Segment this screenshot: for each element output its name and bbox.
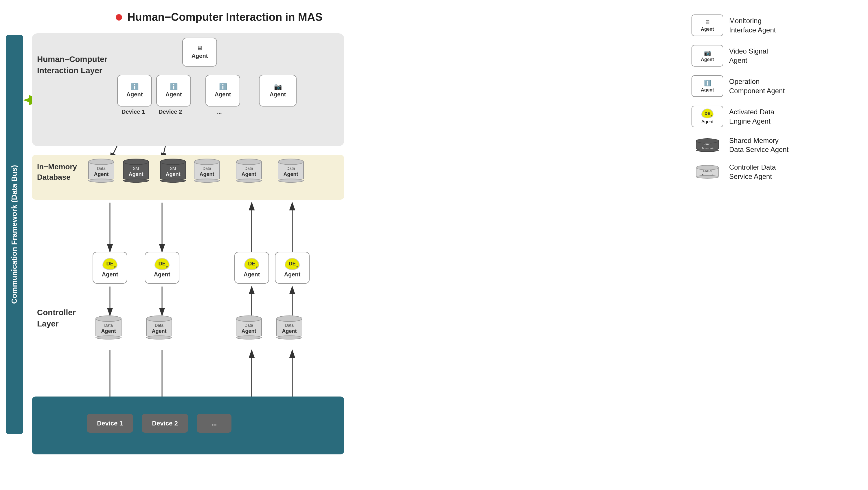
agent-label-cam: Agent <box>270 91 286 98</box>
page-title: Human−Computer Interaction in MAS <box>116 11 322 24</box>
de-badge-1: DE2 <box>102 258 118 270</box>
legend-monitoring-box: 🖥 Agent <box>691 14 723 36</box>
comm-framework-bar: Communication Framework (Data Bus) <box>6 35 23 434</box>
video-agent: 📷 Agent <box>259 75 297 106</box>
deviceN-dots: ... <box>217 109 222 115</box>
legend-cds-text: Controller DataService Agent <box>729 163 776 181</box>
agent-label-d1: Agent <box>126 91 143 98</box>
top-monitoring-agent: 🖥 Agent <box>182 38 217 67</box>
legend-cds-cyl: Data Agent <box>691 165 723 179</box>
legend-video-label: Agent <box>701 57 714 62</box>
imdb-data-agent-fr2: Data Agent <box>278 159 304 183</box>
legend-sm-cyl: SM Agent <box>691 139 723 152</box>
bottom-device-dots: ... <box>197 414 231 433</box>
ctrl-data-agent-4: Data Agent <box>276 315 302 339</box>
legend-sm-text: Shared MemoryData Service Agent <box>729 136 788 154</box>
controller-layer-label: ControllerLayer <box>37 307 76 329</box>
agent-label-d2: Agent <box>165 91 182 98</box>
de-agent-label-1: Agent <box>102 271 118 278</box>
ctrl-data-agent-3: Data Agent <box>236 315 262 339</box>
legend-monitoring-label: Agent <box>701 27 714 32</box>
legend-sm: SM Agent Shared MemoryData Service Agent <box>691 136 859 154</box>
legend-operation: ℹ️ Agent OperationComponent Agent <box>691 75 859 97</box>
legend-cds: Data Agent Controller DataService Agent <box>691 163 859 181</box>
de-badge-2: DE2 <box>155 258 169 270</box>
de-agent-2: DE2 Agent <box>145 252 179 284</box>
camera-icon: 📷 <box>274 84 282 90</box>
de-agent-label-3: Agent <box>244 271 260 278</box>
imdb-data-agent-left: Data Agent <box>88 159 114 183</box>
imdb-label: In−MemoryDatabase <box>37 161 77 183</box>
device-band <box>32 397 344 454</box>
device2-op-agent: ℹ️ Agent <box>156 75 191 106</box>
title-dot <box>116 14 122 21</box>
main-container: Human−Computer Interaction in MAS Commun… <box>0 0 868 490</box>
monitor-icon: 🖥 <box>196 45 203 52</box>
de-agent-4: DE2 Agent <box>275 252 310 284</box>
hci-layer-label: Human−ComputerInteraction Layer <box>37 54 107 76</box>
legend-monitoring: 🖥 Agent MonitoringInterface Agent <box>691 14 859 36</box>
agent-label: Agent <box>191 53 208 59</box>
legend-op-label: Agent <box>701 87 714 93</box>
deviceN-op-agent: ℹ️ Agent <box>206 75 240 106</box>
legend-video: 📷 Agent Video SignalAgent <box>691 45 859 67</box>
agent-label-dN: Agent <box>215 91 231 98</box>
de-agent-label-4: Agent <box>284 271 301 278</box>
ctrl-data-agent-1: Data Agent <box>95 315 122 339</box>
legend-info-icon: ℹ️ <box>704 80 711 87</box>
de-agent-3: DE2 Agent <box>235 252 269 284</box>
legend-video-text: Video SignalAgent <box>729 47 768 65</box>
bottom-device-2: Device 2 <box>142 414 188 433</box>
de-agent-label-2: Agent <box>154 271 170 278</box>
info-icon: ℹ️ <box>131 84 138 90</box>
imdb-data-agent-right: Data Agent <box>194 159 220 183</box>
legend-de-box: DE2 Agent <box>691 105 723 127</box>
info-icon2: ℹ️ <box>170 84 178 90</box>
ctrl-data-agent-2: Data Agent <box>146 315 172 339</box>
imdb-data-agent-fr1: Data Agent <box>236 159 262 183</box>
legend: 🖥 Agent MonitoringInterface Agent 📷 Agen… <box>691 14 859 190</box>
de-agent-1: DE2 Agent <box>93 252 127 284</box>
legend-op-text: OperationComponent Agent <box>729 77 785 95</box>
de-badge-3: DE2 <box>244 258 259 270</box>
device1-op-agent: ℹ️ Agent <box>117 75 152 106</box>
device2-label: Device 2 <box>159 109 182 115</box>
legend-de: DE2 Agent Activated DataEngine Agent <box>691 105 859 127</box>
legend-de-label: Agent <box>701 119 713 124</box>
legend-monitor-icon: 🖥 <box>705 19 710 26</box>
legend-video-box: 📷 Agent <box>691 45 723 67</box>
comm-framework-label: Communication Framework (Data Bus) <box>9 165 20 304</box>
imdb-sm-agent-right: SM Agent <box>160 159 186 183</box>
info-icon3: ℹ️ <box>219 84 227 90</box>
legend-camera-icon: 📷 <box>704 49 711 56</box>
legend-de-badge: DE2 <box>701 109 713 118</box>
title-text: Human−Computer Interaction in MAS <box>127 11 322 24</box>
bottom-device-1: Device 1 <box>87 414 133 433</box>
legend-op-box: ℹ️ Agent <box>691 75 723 97</box>
de-badge-4: DE2 <box>285 258 300 270</box>
legend-de-text: Activated DataEngine Agent <box>729 108 774 125</box>
device1-label: Device 1 <box>122 109 145 115</box>
imdb-sm-agent-left: SM Agent <box>123 159 149 183</box>
legend-monitoring-text: MonitoringInterface Agent <box>729 16 776 34</box>
